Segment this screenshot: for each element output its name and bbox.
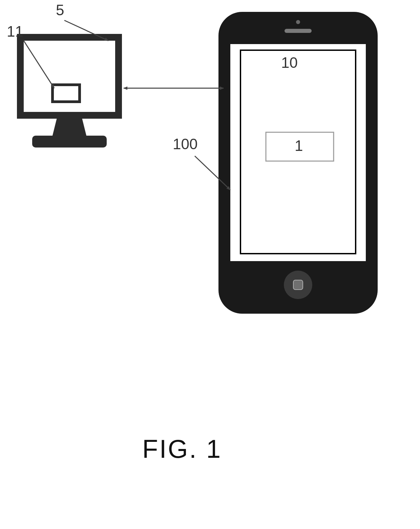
figure-caption: FIG. 1 xyxy=(142,434,222,464)
svg-line-14 xyxy=(24,41,54,88)
system-ref-label: 100 xyxy=(173,136,197,153)
phone-box-ref-label: 1 xyxy=(295,137,303,154)
svg-line-13 xyxy=(64,20,108,41)
monitor-inner-ref-label: 11 xyxy=(7,23,23,40)
svg-line-16 xyxy=(195,156,230,190)
monitor-ref-label: 5 xyxy=(56,2,64,19)
phone-screen-ref-label: 10 xyxy=(281,54,298,71)
